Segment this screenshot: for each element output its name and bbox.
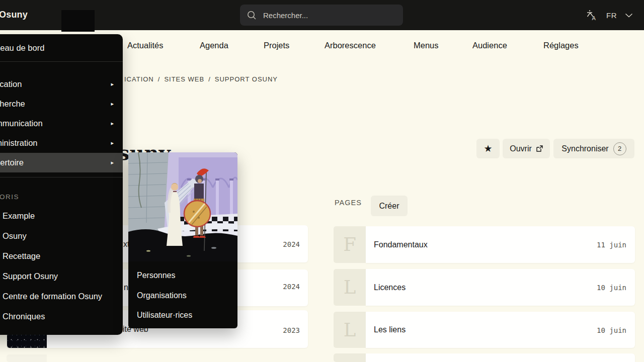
- breadcrumb-item[interactable]: SITES WEB: [164, 75, 204, 83]
- open-site-label: Ouvrir: [510, 144, 532, 153]
- submenu-item-label: Personnes: [137, 271, 176, 280]
- page-letter-tile: [334, 353, 366, 362]
- chevron-right-icon: ▸: [111, 120, 114, 127]
- external-link-icon: [536, 145, 543, 152]
- menu-item-label: Répertoire: [0, 158, 24, 167]
- favorite-label: Example: [3, 211, 35, 221]
- repertoire-submenu: Personnes Organisations Utilisateur·rice…: [128, 152, 237, 328]
- breadcrumb: ICATION/SITES WEB/SUPPORT OSUNY: [124, 75, 278, 83]
- pages-section-title: PAGES: [335, 199, 362, 207]
- menu-item-label: Administration: [0, 138, 38, 148]
- favorite-label: Chroniques: [3, 312, 45, 321]
- page-letter-tile: L: [334, 312, 366, 348]
- chevron-right-icon: ▸: [111, 159, 114, 166]
- site-row-title: n: [124, 283, 128, 292]
- create-page-button[interactable]: Créer: [371, 196, 408, 216]
- favorite-item-chroniques[interactable]: Chroniques: [0, 306, 123, 326]
- create-page-label: Créer: [379, 202, 399, 211]
- page-row-date: 10 juin: [597, 284, 626, 292]
- page-row[interactable]: [366, 353, 635, 362]
- star-icon: ★: [484, 143, 492, 154]
- breadcrumb-item[interactable]: SUPPORT OSUNY: [215, 75, 278, 83]
- favorite-star-button[interactable]: ★: [476, 139, 500, 158]
- menu-item-dashboard[interactable]: Tableau de bord: [0, 34, 123, 61]
- submenu-item-organisations[interactable]: Organisations: [128, 286, 237, 306]
- favorite-item-recettage[interactable]: Recettage: [0, 246, 123, 266]
- menu-divider: [0, 61, 123, 62]
- page-row-title: Fondamentaux: [374, 240, 428, 249]
- topbar: Osuny A FR: [0, 0, 644, 30]
- search-icon: [247, 11, 257, 20]
- menu-item-label: Éducation: [0, 79, 22, 89]
- menu-item-recherche[interactable]: Recherche ▸: [0, 94, 123, 114]
- language-label: FR: [606, 11, 617, 20]
- page-row[interactable]: [366, 269, 635, 306]
- menu-item-administration[interactable]: Administration ▸: [0, 133, 123, 153]
- page-row-date: 10 juin: [597, 326, 626, 334]
- page-letter-tile: L: [334, 269, 366, 306]
- translate-icon: A: [585, 9, 598, 22]
- chevron-right-icon: ▸: [111, 101, 114, 107]
- admin-dropdown-menu: Tableau de bord Éducation ▸ Recherche ▸ …: [0, 34, 123, 335]
- admin-menu-trigger[interactable]: [61, 10, 95, 32]
- chevron-right-icon: ▸: [111, 140, 114, 146]
- submenu-item-label: Organisations: [137, 291, 187, 300]
- nav-item-arborescence[interactable]: Arborescence: [325, 41, 376, 50]
- sync-count-badge: 2: [613, 142, 626, 155]
- submenu-item-personnes[interactable]: Personnes: [128, 265, 237, 286]
- open-site-button[interactable]: Ouvrir: [503, 139, 550, 158]
- menu-item-repertoire[interactable]: Répertoire ▸: [0, 153, 123, 172]
- search-box[interactable]: [240, 5, 403, 26]
- breadcrumb-item[interactable]: ICATION: [124, 75, 154, 83]
- menu-item-label: Communication: [0, 119, 43, 128]
- synchronize-label: Synchroniser: [561, 144, 608, 153]
- site-row-year: 2024: [283, 283, 300, 291]
- favorite-item-support-osuny[interactable]: Support Osuny: [0, 266, 123, 286]
- favorite-item-example[interactable]: Example: [0, 206, 123, 226]
- favorites-section-title: FAVORIS: [0, 193, 19, 201]
- chevron-down-icon: [625, 13, 633, 18]
- page-row-title: Licences: [374, 283, 406, 292]
- page-row-title: Les liens: [374, 325, 406, 334]
- favorite-label: Recettage: [3, 251, 40, 261]
- nav-item-audience[interactable]: Audience: [472, 41, 507, 50]
- site-row-thumbnail: [7, 354, 47, 362]
- menu-item-label: Tableau de bord: [0, 43, 44, 53]
- svg-text:A: A: [592, 15, 596, 21]
- page-row[interactable]: [366, 312, 635, 348]
- page-letter-tile: F: [334, 226, 366, 263]
- favorite-item-osuny[interactable]: Osuny: [0, 226, 123, 246]
- osuny-admin-screen: Support Osuny xt n ite web 2024 2024 202…: [0, 0, 644, 362]
- nav-item-actualites[interactable]: Actualités: [127, 41, 164, 50]
- site-row-year: 2024: [283, 240, 300, 248]
- nav-item-menus[interactable]: Menus: [414, 41, 439, 50]
- favorite-label: Osuny: [3, 231, 27, 241]
- submenu-artwork-illustration: [128, 152, 237, 261]
- menu-item-education[interactable]: Éducation ▸: [0, 74, 123, 94]
- favorite-label: Centre de formation Osuny: [3, 292, 102, 301]
- language-switcher[interactable]: A FR: [585, 0, 633, 30]
- menu-item-label: Recherche: [0, 99, 25, 109]
- favorite-label: Support Osuny: [3, 272, 58, 281]
- nav-item-reglages[interactable]: Réglages: [543, 41, 579, 50]
- chevron-right-icon: ▸: [111, 81, 114, 87]
- nav-item-agenda[interactable]: Agenda: [200, 41, 228, 50]
- page-row-date: 11 juin: [597, 241, 626, 249]
- synchronize-button[interactable]: Synchroniser 2: [553, 139, 634, 158]
- osuny-logo[interactable]: Osuny: [0, 10, 28, 20]
- site-row-year: 2023: [283, 326, 300, 334]
- menu-item-communication[interactable]: Communication ▸: [0, 114, 123, 133]
- breadcrumb-separator: /: [208, 75, 211, 83]
- submenu-item-label: Utilisateur·rices: [137, 311, 192, 320]
- submenu-item-utilisateurices[interactable]: Utilisateur·rices: [128, 305, 237, 325]
- breadcrumb-separator: /: [158, 75, 160, 83]
- favorite-item-centre-formation[interactable]: Centre de formation Osuny: [0, 286, 123, 306]
- menu-divider: [0, 177, 123, 177]
- search-input[interactable]: [263, 11, 384, 20]
- nav-item-projets[interactable]: Projets: [264, 41, 289, 50]
